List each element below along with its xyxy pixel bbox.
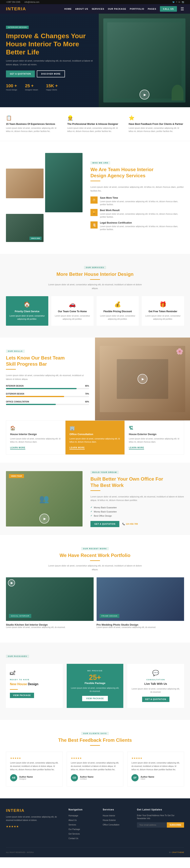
pkg2-title: Flexible Package [71, 682, 120, 685]
footer-nav-list: Homepage About Us Services Our Package G… [68, 814, 97, 840]
about-feature-legal-content: Legal Business Certification Lorem ipsum… [100, 221, 184, 231]
newsletter-subscribe-button[interactable]: SUBSCRIBE [167, 822, 184, 828]
footer-by: BY CRAFTTHEME [169, 851, 184, 854]
skills-play-button[interactable] [137, 374, 148, 384]
package-card-3: 💬 CONSULTATION Live Talk With Us Lorem i… [127, 664, 184, 708]
portfolio-label-2: FRAME DESIGN [100, 614, 120, 618]
footer-svc-office[interactable]: Office Consultation [103, 824, 119, 826]
hero-bg-image [99, 14, 190, 107]
hero-room-placeholder [103, 19, 185, 103]
footer-nav-package[interactable]: Our Package [68, 828, 80, 830]
phone-link[interactable]: +1987 354 2345 [6, 1, 21, 3]
call-us-button[interactable]: CALL US [160, 6, 177, 12]
cta-quotation-button[interactable]: GET A QUOTATION [90, 521, 119, 527]
footer-svc-interior[interactable]: House Interior [103, 814, 115, 817]
testimonial-2-info: Author Name Architect [80, 776, 94, 780]
packages-grid: 🛋 READY TO HAVE New House Design VIEW PA… [6, 664, 184, 708]
about-feature-result-desc: Lorem ipsum dolor sit amet, consectetur … [100, 213, 184, 218]
service-card-pricing: 💰 Flexible Pricing Discount Lorem ipsum … [97, 296, 139, 326]
cta-play-button[interactable] [39, 514, 49, 524]
nav-pages[interactable]: PAGES [148, 8, 156, 10]
hero-buttons: GET A QUOTATION DISCOVER MORE [6, 70, 95, 78]
portfolio-desc-2: Lorem ipsum dolor sit amet, consectetur … [97, 626, 184, 628]
feature-worker-title: The Professional Worker & Inhouse Design… [67, 123, 123, 125]
portfolio-title-1: Studio Kitchen Set Interior Design [6, 623, 94, 626]
linkedin-icon[interactable]: in [179, 1, 180, 3]
service-card-priority: 🏠 Priority Client Service Lorem ipsum do… [6, 296, 48, 326]
skills-section: OUR SKILLS Lets Know Our Best TeamSkill … [0, 338, 190, 421]
newsletter-email-input[interactable] [137, 822, 167, 828]
pkg1-icon: 🛋 [10, 670, 15, 676]
about-feature-time-title: Save More Time [100, 196, 184, 199]
footer-nav-col: Navigation Homepage About Us Services Ou… [68, 808, 97, 841]
svc-exterior-desc: Lorem ipsum dolor sit amet, consectetur … [129, 437, 180, 443]
contact-info: +1987 354 2345 info@interia.com [6, 1, 41, 3]
svc-office-link[interactable]: LEARN MORE [69, 446, 85, 450]
service-team-title: Our Team Come To Home [54, 310, 91, 313]
pkg2-view-button[interactable]: VIEW PACKAGE [82, 696, 108, 701]
footer-copyright: ALL RIGHT RESERVED - INTERIA [6, 851, 34, 854]
twitter-icon[interactable]: 🐦 [172, 1, 175, 3]
about-img-top-right [6, 168, 43, 198]
about-img-large [45, 153, 83, 212]
about-underline [90, 181, 100, 181]
nav-portfolio[interactable]: PORTFOLIO [130, 8, 144, 10]
footer-about: INTERIA Lorem ipsum dolor sit amet, cons… [6, 808, 63, 841]
nav-services[interactable]: SERVICES [92, 8, 104, 10]
footer-nav-about[interactable]: About Us [68, 819, 76, 821]
skills-image: 🌸 [95, 338, 190, 421]
experience-icon: 📋 [6, 115, 61, 121]
svc-exterior-title: House Exterior Design [129, 433, 180, 436]
footer-crafttheme-link[interactable]: CRAFTTHEME [172, 851, 184, 854]
pkg3-cta-button[interactable]: GET A QUOTATION [142, 696, 169, 702]
testimonial-3-role: Client [140, 778, 154, 780]
get-quotation-button[interactable]: GET A QUOTATION [6, 70, 35, 78]
pkg1-title: New House Design [10, 682, 38, 686]
svc-interior-link[interactable]: LEARN MORE [10, 446, 25, 450]
skill-interior: INTERIOR DESIGN85% [6, 385, 89, 389]
cta-badge: BUILD YOUR DREAM [90, 471, 119, 474]
footer-nav-services[interactable]: Services [68, 824, 76, 826]
discover-more-button[interactable]: DISCOVER MORE [37, 70, 65, 78]
hero-title: Improve & Changes Your House Interior To… [6, 32, 95, 56]
svc-office-icon: 🏢 [69, 426, 121, 431]
cta-desc: Lorem ipsum dolor sit amet, consectetur … [90, 495, 184, 502]
nav-home[interactable]: HOME [64, 8, 72, 10]
email-link[interactable]: info@interia.com [25, 1, 39, 3]
svc-card-exterior: 🏗 House Exterior Design Lorem ipsum dolo… [125, 421, 184, 455]
worker-icon: 👷 [67, 115, 123, 121]
nav-package[interactable]: OUR PACKAGE [108, 8, 126, 10]
testimonial-2-name: Author Name [80, 776, 94, 778]
stat-clients: 15K + Happy Clients [46, 83, 58, 95]
footer-nav-home[interactable]: Homepage [68, 814, 78, 817]
footer-logo: INTERIA [6, 808, 63, 813]
about-images: SINCE 2008 [6, 153, 83, 242]
footer-nav-contact[interactable]: Contact Us [68, 837, 78, 839]
logo-text: INTER [6, 6, 21, 11]
portfolio-section: OUR RECENT WORK We Have Recent Work Port… [0, 535, 190, 643]
skills-underline [6, 369, 16, 370]
portfolio-play-1[interactable] [8, 579, 15, 586]
testimonials-badge: OUR CLIENTS SAYS [81, 732, 109, 735]
footer-svc-exterior[interactable]: House Exterior [103, 819, 116, 821]
pkg1-view-button[interactable]: VIEW PACKAGE [10, 693, 34, 698]
pricing-icon: 💰 [100, 301, 136, 308]
facebook-icon[interactable]: f [176, 1, 177, 3]
about-play-overlay[interactable] [6, 153, 43, 167]
service-cards-row: 🏠 House Interior Design Lorem ipsum dolo… [0, 421, 190, 463]
nav-about[interactable]: ABOUT US [75, 8, 88, 10]
cta-title: Built Better Your Own Office ForThe Best… [90, 476, 184, 488]
skill-interior-label: INTERIOR DESIGN85% [6, 385, 89, 387]
about-feature-legal-title: Legal Business Certification [100, 221, 184, 224]
team-icon: 🚗 [54, 301, 91, 308]
skills-desc: Lorem ipsum dolor sit amet, consectetur … [6, 374, 89, 381]
svc-exterior-link[interactable]: LEARN MORE [129, 446, 144, 450]
cta-video-label: VIDEO TOUR [9, 474, 24, 478]
testimonial-2: ★★★★★ Lorem ipsum dolor sit amet, consec… [67, 752, 124, 786]
footer-nav-get-services[interactable]: Get Services [68, 833, 80, 835]
play-button[interactable] [139, 90, 150, 99]
instagram-icon[interactable]: 📷 [182, 1, 184, 3]
site-logo: INTERIA [6, 6, 26, 11]
hamburger-menu[interactable]: ☰ [181, 6, 184, 11]
portfolio-info-1: Studio Kitchen Set Interior Design Lorem… [6, 621, 94, 631]
